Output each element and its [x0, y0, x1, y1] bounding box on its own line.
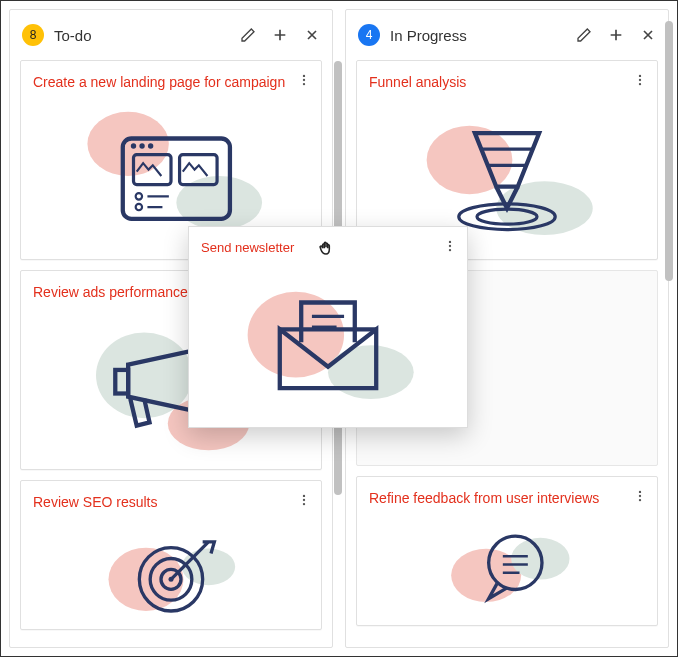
card-title: Create a new landing page for campaign	[33, 73, 309, 93]
pencil-icon	[240, 27, 256, 43]
svg-point-10	[136, 203, 142, 209]
edit-column-button[interactable]	[576, 27, 592, 43]
svg-point-33	[639, 83, 641, 85]
column-actions	[240, 27, 320, 43]
kebab-icon	[633, 489, 647, 503]
kebab-icon	[443, 239, 457, 253]
column-header: 4 In Progress	[346, 10, 668, 60]
svg-point-41	[639, 495, 641, 497]
svg-point-1	[303, 79, 305, 81]
column-count-badge: 4	[358, 24, 380, 46]
column-count-badge: 8	[22, 24, 44, 46]
svg-point-50	[449, 245, 451, 247]
card-illustration	[33, 521, 309, 621]
card-title: Refine feedback from user interviews	[369, 489, 645, 509]
card-title: Review SEO results	[33, 493, 309, 513]
kebab-icon	[633, 73, 647, 87]
close-icon	[304, 27, 320, 43]
svg-point-42	[639, 499, 641, 501]
card[interactable]: Review SEO results	[20, 480, 322, 630]
svg-point-12	[131, 143, 136, 148]
svg-point-32	[639, 79, 641, 81]
kebab-icon	[297, 73, 311, 87]
add-card-button[interactable]	[272, 27, 288, 43]
card-illustration	[369, 517, 645, 617]
add-card-button[interactable]	[608, 27, 624, 43]
close-column-button[interactable]	[640, 27, 656, 43]
plus-icon	[608, 27, 624, 43]
card-menu-button[interactable]	[633, 489, 647, 507]
svg-point-40	[639, 491, 641, 493]
close-icon	[640, 27, 656, 43]
svg-point-53	[328, 346, 414, 400]
dragging-card[interactable]: Send newsletter	[188, 226, 468, 428]
card-title: Funnel analysis	[369, 73, 645, 93]
edit-column-button[interactable]	[240, 27, 256, 43]
svg-point-51	[449, 249, 451, 251]
svg-point-34	[427, 125, 513, 194]
svg-point-14	[148, 143, 153, 148]
card-illustration	[201, 265, 455, 415]
svg-point-24	[303, 503, 305, 505]
column-title: In Progress	[390, 27, 566, 44]
column-header: 8 To-do	[10, 10, 332, 60]
card-menu-button[interactable]	[297, 73, 311, 91]
column-actions	[576, 27, 656, 43]
svg-point-22	[303, 495, 305, 497]
card-menu-button[interactable]	[443, 239, 457, 257]
card-title: Send newsletter	[201, 239, 455, 257]
svg-point-0	[303, 75, 305, 77]
svg-point-31	[639, 75, 641, 77]
kebab-icon	[297, 493, 311, 507]
svg-point-49	[449, 241, 451, 243]
pencil-icon	[576, 27, 592, 43]
close-column-button[interactable]	[304, 27, 320, 43]
card-menu-button[interactable]	[633, 73, 647, 91]
scrollbar-thumb[interactable]	[665, 21, 673, 281]
card-menu-button[interactable]	[297, 493, 311, 511]
svg-point-3	[87, 111, 168, 175]
svg-point-23	[303, 499, 305, 501]
svg-point-2	[303, 83, 305, 85]
svg-point-13	[139, 143, 144, 148]
card[interactable]: Refine feedback from user interviews	[356, 476, 658, 626]
column-title: To-do	[54, 27, 230, 44]
svg-point-8	[136, 193, 142, 199]
plus-icon	[272, 27, 288, 43]
